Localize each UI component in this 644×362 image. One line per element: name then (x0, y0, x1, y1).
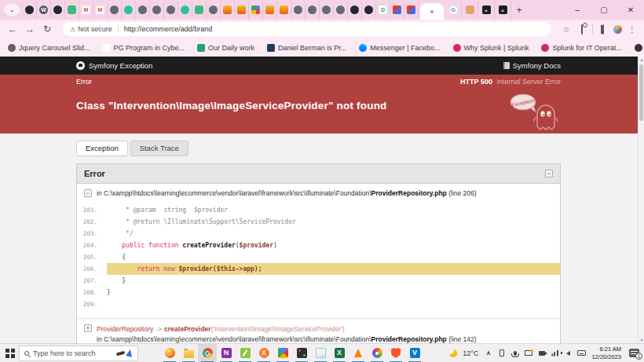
bookmark-item[interactable]: Messenger | Facebo... (359, 44, 440, 52)
browser-tab[interactable] (348, 1, 362, 20)
maximize-window-icon[interactable]: ▢ (598, 5, 609, 14)
chevron-up-icon[interactable]: ∧ (484, 348, 492, 359)
screen-share-icon[interactable] (524, 348, 532, 359)
browser-tab[interactable] (23, 1, 37, 20)
browser-tab[interactable] (462, 1, 478, 20)
browser-tab[interactable] (207, 1, 221, 20)
browser-tab[interactable]: G (445, 1, 462, 20)
reload-icon[interactable]: ↻ (41, 24, 53, 35)
expand-icon[interactable]: + (84, 324, 92, 332)
taskbar-paint-button[interactable] (368, 344, 386, 362)
taskbar-xampp-button[interactable]: X (254, 344, 273, 362)
browser-tab[interactable] (390, 1, 404, 20)
phone-link-icon[interactable] (497, 348, 506, 359)
browser-tab[interactable] (192, 1, 207, 20)
bookmark-item[interactable]: Splunk for IT Operat... (541, 44, 621, 52)
bookmark-item[interactable]: Why Splunk | Splunk (453, 44, 529, 52)
browser-tab[interactable]: W (37, 1, 51, 20)
browser-tab[interactable]: » (495, 1, 511, 20)
profile-avatar[interactable] (613, 25, 622, 34)
browser-tab[interactable]: M (79, 1, 93, 20)
taskbar-editor-button[interactable] (236, 344, 254, 362)
bookmark-star-icon[interactable]: ☆ (561, 25, 572, 34)
browser-tab[interactable] (249, 1, 263, 20)
symfony-docs-label[interactable]: Symfony Docs (513, 61, 561, 70)
new-tab-button[interactable]: + (511, 4, 527, 16)
scrollbar-down-icon[interactable]: ▼ (639, 338, 644, 342)
bookmark-item[interactable]: Daniel Berman is Pr... (267, 44, 346, 52)
volume-icon[interactable] (564, 348, 573, 359)
tab-search-chevron-icon[interactable]: ⌄ (4, 4, 20, 16)
browser-tab[interactable] (150, 1, 164, 20)
tab-stack-trace[interactable]: Stack Trace (130, 141, 188, 156)
back-icon[interactable]: ← (6, 24, 19, 35)
url-text[interactable]: http://ecommerce/add/brand (124, 25, 213, 33)
taskbar-vlc-button[interactable] (349, 344, 368, 362)
tab-close-icon[interactable]: × (430, 8, 434, 16)
browser-tab[interactable]: D (376, 1, 390, 20)
menu-dots-icon[interactable]: ⋮ (627, 25, 638, 34)
night-mode-moon-icon[interactable] (449, 349, 457, 357)
browser-tab[interactable] (108, 1, 122, 20)
symfony-docs-link[interactable]: Symfony Docs (503, 61, 561, 70)
browser-tab[interactable] (263, 1, 277, 20)
taskbar-firefox-button[interactable] (160, 344, 179, 362)
browser-tab[interactable] (362, 1, 376, 20)
browser-tab[interactable] (320, 1, 334, 20)
taskbar-darktool-button[interactable] (292, 344, 311, 362)
bookmark-item[interactable]: PG Program in Cybe... (103, 44, 185, 52)
taskbar-task-view-button[interactable] (141, 344, 160, 362)
taskbar-chrome-button[interactable] (198, 344, 217, 362)
browser-tab[interactable] (291, 1, 306, 20)
scrollbar-up-icon[interactable]: ▲ (639, 57, 644, 62)
taskbar-vscode-button[interactable]: V (405, 344, 424, 362)
microphone-icon[interactable] (510, 348, 519, 359)
not-secure-badge[interactable]: ⚠ Not secure (70, 25, 119, 33)
extensions-icon[interactable] (576, 25, 587, 34)
touch-keyboard-icon[interactable] (577, 348, 586, 359)
browser-tab[interactable] (306, 1, 320, 20)
search-placeholder[interactable]: Type here to search (33, 349, 112, 357)
browser-tab[interactable] (221, 1, 235, 20)
taskbar-excel-button[interactable]: X (330, 344, 349, 362)
scrollbar-thumb[interactable] (639, 64, 643, 121)
bookmark-item[interactable]: Jquery Carousel Slid... (8, 44, 90, 52)
taskbar-explorer-button[interactable] (179, 344, 198, 362)
error-panel-header[interactable]: Error − (77, 164, 560, 184)
taskbar-brave-button[interactable] (386, 344, 405, 362)
browser-tab[interactable] (136, 1, 150, 20)
browser-tab[interactable] (334, 1, 348, 20)
browser-tab[interactable] (164, 1, 178, 20)
stack-frame-1-header[interactable]: − in C:\xampp\htdocs\learning\ecommerce\… (77, 184, 560, 201)
browser-tab[interactable] (51, 1, 65, 20)
collapse-icon[interactable]: − (545, 170, 553, 177)
browser-tab[interactable]: M (93, 1, 108, 20)
browser-tab[interactable] (178, 1, 192, 20)
browser-tab[interactable] (277, 1, 291, 20)
camera-icon[interactable] (537, 348, 546, 359)
collapse-icon[interactable]: − (84, 189, 92, 197)
active-tab[interactable]: × (420, 3, 444, 20)
tab-exception[interactable]: Exception (76, 141, 128, 156)
taskbar-notes-button[interactable] (311, 344, 330, 362)
taskbar-colorful-button[interactable] (273, 344, 292, 362)
bookmark-item[interactable]: Card Slider (635, 44, 644, 52)
browser-tab[interactable] (65, 1, 79, 20)
sidebar-icon[interactable] (598, 25, 609, 34)
notification-center-icon[interactable]: 1 (629, 349, 639, 357)
temperature-label[interactable]: 12°C (463, 349, 478, 357)
stack-frame-2[interactable]: + ProviderRepository->createProvider('In… (77, 318, 560, 343)
forward-icon[interactable]: → (24, 24, 36, 35)
browser-tab[interactable] (404, 1, 419, 20)
address-bar[interactable]: ⚠ Not secure http://ecommerce/add/brand (63, 22, 551, 36)
taskbar-search[interactable]: Type here to search (19, 346, 138, 361)
bookmark-item[interactable]: Our Daily work (197, 44, 254, 52)
taskbar-onenote-button[interactable]: N (217, 344, 236, 362)
browser-tab[interactable] (235, 1, 249, 20)
browser-tab[interactable] (122, 1, 136, 20)
page-scrollbar[interactable]: ▲ ▼ (638, 57, 644, 343)
network-icon[interactable] (551, 348, 559, 359)
minimize-window-icon[interactable]: – (572, 5, 583, 14)
browser-tab[interactable]: » (478, 1, 495, 20)
close-window-icon[interactable]: ✕ (625, 5, 636, 14)
